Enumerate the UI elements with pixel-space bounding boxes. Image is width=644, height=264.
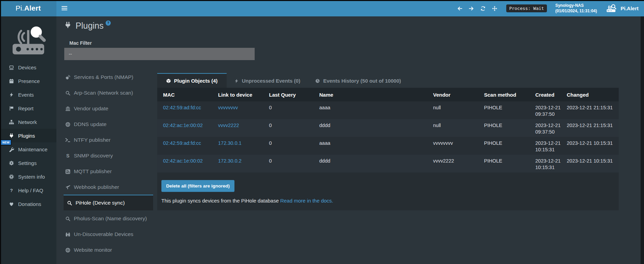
device-link[interactable]: vvvv2222 — [218, 123, 239, 128]
hamburger-icon — [62, 5, 67, 11]
brand-right-label: Pi.Alert — [620, 5, 639, 11]
cell-link: vvvv2222 — [215, 119, 266, 137]
move-button[interactable] — [492, 5, 497, 11]
cell-created: 2023-12-21 09:37:50 — [533, 101, 564, 119]
sidebar-item-label: Help / FAQ — [18, 187, 43, 193]
column-header-vendor: Vendor — [430, 88, 481, 101]
bank-icon — [65, 106, 71, 111]
plugin-list-nav: Services & Ports (NMAP)Arp-Scan (Network… — [64, 69, 153, 258]
plugin-nav-item-mqtt-publisher[interactable]: MQTT publisher — [64, 163, 153, 179]
tab-bar: Plugin Objects (4)Unprocessed Events (0)… — [157, 73, 619, 88]
svg-text:?: ? — [10, 188, 13, 193]
globe-icon — [65, 122, 71, 127]
cell-mac: 02:42:59:ad:fd:cc — [157, 101, 215, 119]
main-content: Plugins ? Mac Filter Services & Ports (N… — [56, 16, 644, 264]
binoculars-icon — [65, 232, 71, 237]
plugin-nav-item-arp-scan-network-scan[interactable]: Arp-Scan (Network scan) — [64, 85, 153, 100]
sidebar-item-presence[interactable]: Presence — [0, 74, 56, 88]
table-row: 02:42:59:ad:fd:ccvvvvvvvv0aaaanullPIHOLE… — [157, 101, 619, 119]
plugin-nav-label: Website monitor — [74, 247, 112, 253]
plugin-nav-item-vendor-update[interactable]: Vendor update — [64, 100, 153, 116]
tab-plugin-objects-4[interactable]: Plugin Objects (4) — [157, 73, 227, 88]
scrollbar[interactable] — [641, 16, 644, 264]
cell-created: 2023-12-21 10:15:31 — [533, 155, 564, 172]
cell-scan-method: PIHOLE — [481, 155, 533, 172]
plugin-nav-item-ntfy-publisher[interactable]: NTFY publisher — [64, 132, 153, 148]
sidebar-item-maintenance[interactable]: NEWMaintenance — [0, 142, 56, 156]
router-magnifier-logo-icon — [9, 23, 48, 57]
mac-link[interactable]: 02:42:ac:1e:00:02 — [163, 158, 203, 164]
cell-changed: 2023-12-21 21:15:31 — [564, 119, 619, 137]
cell-link: vvvvvvvv — [215, 101, 266, 119]
tab-events-history-50-out-of-10000[interactable]: Events History (50 out of 10000) — [308, 73, 408, 88]
nav-back-button[interactable] — [457, 5, 462, 11]
sidebar-item-devices[interactable]: Devices — [0, 60, 56, 74]
plugin-description: This plugin syncs devices from the PiHol… — [161, 198, 279, 204]
sidebar-item-system-info[interactable]: System info — [0, 170, 56, 183]
tab-unprocessed-events-0[interactable]: Unprocessed Events (0) — [227, 73, 308, 88]
cell-mac: 02:42:ac:1e:00:02 — [157, 155, 215, 172]
arrow-right-icon — [469, 5, 474, 11]
device-link[interactable]: 172.30.0.1 — [218, 140, 242, 146]
plugin-nav-label: Pholus-Scan (Name discovery) — [74, 216, 147, 222]
brand-logo[interactable]: Pi.Alert — [0, 0, 56, 16]
plugin-nav-item-pholus-scan-name-discovery[interactable]: Pholus-Scan (Name discovery) — [64, 210, 153, 226]
bolt-icon — [8, 92, 15, 97]
device-link[interactable]: 172.30.0.2 — [218, 158, 242, 164]
help-badge[interactable]: ? — [106, 20, 111, 26]
plugin-nav-item-pihole-device-sync[interactable]: PiHole (Device sync) — [64, 195, 153, 210]
plugin-nav-label: SNMP discovery — [74, 153, 113, 159]
cell-link: 172.30.0.1 — [215, 137, 266, 155]
plug-icon — [8, 133, 15, 138]
plugin-nav-label: Webhook publisher — [74, 184, 119, 190]
sidebar-item-settings[interactable]: Settings — [0, 156, 56, 170]
cell-created: 2023-12-21 10:15:31 — [533, 137, 564, 155]
mac-filter-label: Mac Filter — [69, 40, 92, 46]
tab-label: Unprocessed Events (0) — [242, 78, 300, 84]
plugin-nav-item-services-ports-nmap[interactable]: Services & Ports (NMAP) — [64, 69, 153, 85]
plugin-nav-item-website-monitor[interactable]: Website monitor — [64, 242, 153, 258]
move-icon — [492, 5, 497, 11]
window-edge-left — [0, 0, 1, 264]
window-edge-top — [0, 0, 644, 1]
delete-all-button[interactable]: Delete all (filters are ignored) — [161, 180, 234, 192]
plugin-nav-item-snmp-discovery[interactable]: SSNMP discovery — [64, 148, 153, 163]
mac-link[interactable]: 02:42:59:ad:fd:cc — [163, 140, 201, 146]
search-icon — [66, 200, 72, 206]
sidebar-item-donations[interactable]: Donations — [0, 197, 56, 211]
cell-last-query: 0 — [266, 137, 317, 155]
plugin-nav-label: Arp-Scan (Network scan) — [74, 90, 133, 96]
sidebar-item-report[interactable]: Report — [0, 101, 56, 115]
sidebar-item-label: Events — [18, 92, 34, 98]
plug-icon — [64, 22, 71, 29]
column-header-created: Created — [533, 88, 564, 101]
cell-mac: 02:42:ac:1e:00:02 — [157, 119, 215, 137]
sidebar-item-label: Maintenance — [18, 147, 48, 152]
plugin-nav-item-ddns-update[interactable]: DDNS update — [64, 116, 153, 132]
sidebar-toggle-button[interactable] — [56, 0, 72, 16]
wrench-icon — [8, 147, 15, 152]
plugin-objects-table: MACLink to deviceLast QueryNameVendorSca… — [157, 88, 619, 172]
nav-forward-button[interactable] — [469, 5, 474, 11]
plugin-nav-item-un-discoverable-devices[interactable]: Un-Discoverable Devices — [64, 226, 153, 242]
chip-icon — [8, 174, 15, 179]
sidebar-item-label: Devices — [18, 65, 36, 70]
column-header-mac: MAC — [157, 88, 215, 101]
laptop-icon — [8, 65, 15, 70]
mac-link[interactable]: 02:42:59:ad:fd:cc — [163, 105, 201, 110]
paper-plane-icon — [65, 185, 71, 190]
brand-bold: Alert — [24, 4, 41, 12]
mac-link[interactable]: 02:42:ac:1e:00:02 — [163, 123, 203, 128]
table-row: 02:42:ac:1e:00:02vvvv22220ddddnullPIHOLE… — [157, 119, 619, 137]
mac-filter-input[interactable] — [64, 48, 255, 60]
sidebar-item-network[interactable]: Network — [0, 115, 56, 129]
table-row: 02:42:59:ad:fd:cc172.30.0.10aaaavvvvvvvv… — [157, 137, 619, 155]
sidebar-item-help-faq[interactable]: ?Help / FAQ — [0, 183, 56, 197]
refresh-button[interactable] — [480, 5, 486, 11]
docs-link[interactable]: Read more in the docs. — [280, 198, 333, 204]
calendar-icon — [8, 79, 15, 84]
cell-vendor: vvvvvvvv — [430, 137, 481, 155]
device-link[interactable]: vvvvvvvv — [218, 105, 238, 110]
plugin-nav-item-webhook-publisher[interactable]: Webhook publisher — [64, 179, 153, 195]
sidebar-item-events[interactable]: Events — [0, 88, 56, 101]
